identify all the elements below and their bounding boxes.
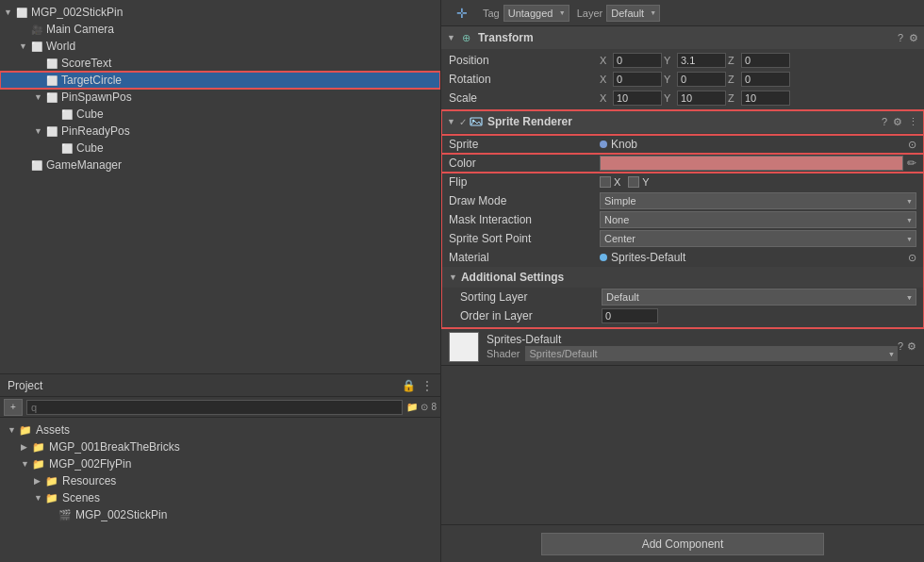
hierarchy-item-cube1[interactable]: ⬜ Cube [0, 106, 440, 123]
draw-mode-label: Draw Mode [449, 194, 600, 207]
sorting-layer-row: Sorting Layer Default ▼ [441, 288, 924, 306]
sorting-layer-select[interactable]: Default [602, 289, 916, 306]
sprite-renderer-checkbox[interactable]: ✓ [459, 117, 467, 127]
material-target-icon[interactable]: ⊙ [908, 252, 916, 264]
additional-settings-header[interactable]: ▼ Additional Settings [441, 267, 924, 288]
draw-mode-row: Draw Mode Simple [441, 191, 924, 210]
world-arrow [19, 41, 30, 51]
draw-mode-select[interactable]: Simple [600, 192, 916, 209]
hierarchy-item-pin-spawn[interactable]: ⬜ PinSpawnPos [0, 89, 440, 106]
material-section-name: Sprites-Default [487, 333, 898, 346]
move-icon: ✛ [456, 6, 468, 21]
folder-icon[interactable]: 📁 [406, 402, 418, 412]
assets-root[interactable]: 📁 Assets [8, 422, 433, 438]
sprite-sort-point-select[interactable]: Center [600, 230, 916, 247]
color-row: Color ✏ [441, 154, 924, 173]
transform-help-icon[interactable]: ? [898, 32, 903, 43]
tag-dropdown-wrapper: Untagged [503, 5, 569, 22]
color-label: Color [449, 157, 600, 170]
sprite-renderer-header[interactable]: ▼ ✓ Sprite Renderer ? ⚙ ⋮ [441, 110, 924, 133]
scenes-folder[interactable]: 📁 Scenes [8, 489, 433, 506]
tag-label: Tag [483, 8, 500, 19]
additional-settings-title: Additional Settings [461, 271, 564, 284]
hierarchy-root[interactable]: ⬜ MGP_002StickPin [0, 4, 440, 21]
eyedropper-icon[interactable]: ✏ [907, 157, 916, 170]
layer-dropdown[interactable]: Default [606, 5, 660, 22]
score-text-label: ScoreText [61, 57, 111, 70]
search-input[interactable] [26, 400, 403, 415]
count-badge: 8 [431, 402, 437, 412]
material-dot [600, 254, 607, 261]
sprite-renderer-settings-icon[interactable]: ⚙ [893, 116, 902, 128]
material-gear-icon[interactable]: ⚙ [907, 340, 916, 353]
hierarchy-item-cube2[interactable]: ⬜ Cube [0, 140, 440, 157]
world-label: World [46, 40, 75, 53]
mask-interaction-select[interactable]: None [600, 211, 916, 228]
layer-dropdown-wrapper: Default [606, 5, 660, 22]
menu-icon[interactable]: ⋮ [421, 379, 433, 392]
sprite-target-icon[interactable]: ⊙ [908, 139, 916, 151]
hierarchy-item-target-circle[interactable]: ⬜ TargetCircle [0, 72, 440, 89]
scale-y-input[interactable] [677, 91, 726, 106]
sprite-renderer-actions: ? ⚙ ⋮ [882, 116, 918, 128]
flip-x-label: X [614, 176, 620, 188]
add-component-bar: Add Component [441, 524, 924, 562]
hierarchy-item-pin-ready[interactable]: ⬜ PinReadyPos [0, 123, 440, 140]
mgp001-folder[interactable]: 📁 MGP_001BreakTheBricks [8, 438, 433, 455]
flip-x-checkbox[interactable] [600, 176, 611, 188]
project-content: 📁 Assets 📁 MGP_001BreakTheBricks 📁 MGP_0… [0, 418, 440, 562]
resources-icon: 📁 [45, 475, 58, 488]
sprite-renderer-title: Sprite Renderer [487, 115, 882, 128]
hierarchy-item-world[interactable]: ⬜ World [0, 38, 440, 55]
shader-select[interactable]: Sprites/Default [525, 346, 897, 361]
pos-y-label: Y [664, 55, 675, 66]
hierarchy-item-game-manager[interactable]: ⬜ GameManager [0, 157, 440, 174]
flip-y-checkbox[interactable] [628, 176, 639, 188]
rotation-label: Rotation [449, 73, 600, 86]
mgp002stickpin-scene[interactable]: 🎬 MGP_002StickPin [8, 506, 433, 523]
scale-x-input[interactable] [613, 91, 662, 106]
pos-y-input[interactable] [677, 53, 726, 68]
transform-icon: ⊕ [459, 30, 474, 45]
scale-y-label: Y [664, 92, 675, 104]
game-manager-icon: ⬜ [30, 158, 43, 172]
sprite-label: Sprite [449, 138, 600, 151]
scale-z-input[interactable] [741, 91, 790, 106]
mgp002-icon: 📁 [32, 458, 45, 471]
scale-z-field: Z [728, 91, 790, 106]
hierarchy-item-score-text[interactable]: ⬜ ScoreText [0, 55, 440, 72]
rot-y-input[interactable] [677, 72, 726, 87]
transform-header[interactable]: ▼ ⊕ Transform ? ⚙ [441, 26, 924, 49]
pos-z-input[interactable] [741, 53, 790, 68]
add-component-button[interactable]: Add Component [541, 533, 824, 555]
pos-x-label: X [600, 55, 611, 66]
shader-dropdown: Sprites/Default ▼ [525, 346, 897, 361]
sprite-renderer-help-icon[interactable]: ? [882, 116, 887, 127]
flip-y-label: Y [642, 176, 649, 188]
material-help-icon[interactable]: ? [898, 340, 903, 353]
color-swatch[interactable] [600, 156, 903, 171]
mgp002-label: MGP_002FlyPin [49, 457, 131, 471]
filter-icon[interactable]: ⊙ [421, 402, 428, 412]
rot-z-input[interactable] [741, 72, 790, 87]
order-in-layer-input[interactable] [602, 308, 658, 323]
pin-ready-icon: ⬜ [45, 124, 58, 138]
position-label: Position [449, 54, 600, 67]
sprite-sort-point-dropdown: Center [600, 230, 916, 247]
mgp001-arrow [21, 442, 32, 452]
hierarchy-item-main-camera[interactable]: 🎥 Main Camera [0, 21, 440, 38]
transform-settings-icon[interactable]: ⚙ [909, 32, 918, 44]
lock-icon[interactable]: 🔒 [402, 379, 416, 392]
add-button[interactable]: + [4, 399, 23, 416]
pin-spawn-label: PinSpawnPos [61, 91, 132, 104]
project-toolbar: + 📁 ⊙ 8 [0, 397, 440, 418]
rot-x-input[interactable] [613, 72, 662, 87]
project-toolbar-right: 📁 ⊙ 8 [406, 402, 437, 412]
sprites-default-section: Sprites-Default Shader Sprites/Default ▼… [441, 328, 924, 366]
pos-x-input[interactable] [613, 53, 662, 68]
resources-folder[interactable]: 📁 Resources [8, 472, 433, 489]
mgp002flypin-folder[interactable]: 📁 MGP_002FlyPin [8, 455, 433, 472]
mask-interaction-label: Mask Interaction [449, 213, 600, 226]
tag-dropdown[interactable]: Untagged [503, 5, 569, 22]
sprite-renderer-menu-icon[interactable]: ⋮ [908, 116, 918, 128]
